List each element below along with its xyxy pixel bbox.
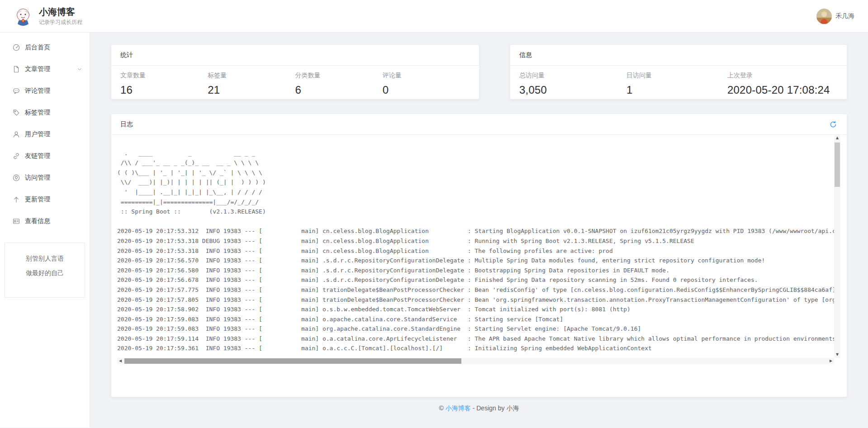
- user-icon: [13, 131, 20, 138]
- stat-label: 评论量: [383, 71, 470, 80]
- scroll-up-icon[interactable]: ▲: [834, 135, 840, 141]
- username-label: 禾几海: [835, 12, 854, 20]
- sidebar-item-tag[interactable]: 标签管理: [0, 102, 90, 124]
- scroll-left-icon[interactable]: ◀: [117, 358, 123, 364]
- page-subtitle: 记录学习成长历程: [39, 19, 82, 26]
- sidebar: 后台首页文章管理评论管理标签管理用户管理友链管理访问管理更新管理查看信息 别管别…: [0, 33, 90, 428]
- stat-item: 标签量21: [208, 71, 295, 96]
- scroll-down-icon[interactable]: ▼: [834, 352, 840, 358]
- sidebar-item-link[interactable]: 友链管理: [0, 145, 90, 167]
- refresh-icon[interactable]: [830, 120, 838, 128]
- info-label: 总访问量: [519, 71, 626, 80]
- info-card: 信息 总访问量3,050日访问量1上次登录2020-05-20 17:08:24: [510, 44, 847, 100]
- stats-card-title: 统计: [111, 45, 479, 66]
- comment-icon: [13, 87, 20, 95]
- footer-blog-link[interactable]: 小海博客: [446, 404, 471, 412]
- horizontal-scrollbar-thumb[interactable]: [124, 358, 461, 364]
- stat-item: 文章数量16: [120, 71, 208, 96]
- info-card-title: 信息: [510, 45, 847, 66]
- sidebar-item-label: 后台首页: [25, 43, 50, 52]
- blog-logo: [13, 6, 33, 27]
- sidebar-menu: 后台首页文章管理评论管理标签管理用户管理友链管理访问管理更新管理查看信息: [0, 37, 90, 232]
- sidebar-item-dashboard[interactable]: 后台首页: [0, 37, 90, 58]
- log-card-title: 日志: [120, 120, 133, 128]
- quote-box: 别管别人言语 做最好的自己: [5, 243, 85, 298]
- stats-card: 统计 文章数量16标签量21分类数量6评论量0: [111, 44, 479, 100]
- stat-label: 分类数量: [295, 71, 383, 80]
- sidebar-item-label: 文章管理: [25, 65, 50, 73]
- stat-value: 6: [295, 84, 383, 96]
- scroll-right-icon[interactable]: ▶: [828, 358, 834, 364]
- copyright-text: ©: [439, 404, 446, 412]
- sidebar-item-place[interactable]: 访问管理: [0, 167, 90, 189]
- footer: © 小海博客 - Design by 小海: [111, 404, 847, 413]
- sidebar-item-label: 用户管理: [25, 130, 50, 138]
- sidebar-item-label: 更新管理: [25, 195, 50, 204]
- info-item: 日访问量1: [626, 71, 727, 96]
- quote-line: 别管别人言语: [5, 255, 85, 262]
- link-icon: [13, 152, 20, 160]
- user-avatar: [816, 9, 832, 24]
- sidebar-item-label: 标签管理: [25, 109, 50, 117]
- stat-item: 评论量0: [383, 71, 470, 96]
- log-card: 日志 . ____ _ __ _ _ /\\ / ___'_ __ _ _(_)…: [111, 114, 847, 397]
- page-title: 小海博客: [39, 6, 82, 17]
- stat-value: 16: [120, 84, 208, 96]
- sidebar-item-idcard[interactable]: 查看信息: [0, 210, 90, 232]
- sidebar-item-document[interactable]: 文章管理: [0, 58, 90, 80]
- vertical-scrollbar[interactable]: ▲ ▼: [834, 135, 840, 358]
- info-value: 2020-05-20 17:08:24: [727, 84, 838, 96]
- stat-value: 21: [208, 84, 295, 96]
- sidebar-item-label: 查看信息: [25, 217, 50, 225]
- tag-icon: [13, 109, 20, 116]
- vertical-scrollbar-thumb[interactable]: [835, 143, 840, 187]
- log-viewport[interactable]: . ____ _ __ _ _ /\\ / ___'_ __ _ _(_)_ _…: [117, 135, 840, 358]
- dashboard-icon: [13, 44, 20, 51]
- sidebar-item-label: 评论管理: [25, 87, 50, 95]
- document-icon: [13, 66, 20, 73]
- brand: 小海博客 记录学习成长历程: [13, 6, 82, 27]
- sidebar-item-upload-arrow[interactable]: 更新管理: [0, 189, 90, 210]
- place-icon: [13, 174, 20, 181]
- info-value: 1: [626, 84, 727, 96]
- stat-item: 分类数量6: [295, 71, 383, 96]
- user-menu[interactable]: 禾几海: [816, 9, 854, 24]
- top-header: 小海博客 记录学习成长历程 禾几海: [0, 0, 868, 33]
- quote-line: 做最好的自己: [5, 269, 85, 276]
- info-label: 上次登录: [727, 71, 838, 80]
- upload-arrow-icon: [13, 196, 20, 203]
- info-value: 3,050: [519, 84, 626, 96]
- info-label: 日访问量: [626, 71, 727, 80]
- sidebar-item-user[interactable]: 用户管理: [0, 124, 90, 145]
- chevron-down-icon: [77, 67, 82, 72]
- sidebar-item-comment[interactable]: 评论管理: [0, 80, 90, 102]
- stat-label: 标签量: [208, 71, 295, 80]
- stat-value: 0: [383, 84, 470, 96]
- idcard-icon: [13, 218, 20, 225]
- info-item: 总访问量3,050: [519, 71, 626, 96]
- stat-label: 文章数量: [120, 71, 208, 80]
- log-output: . ____ _ __ _ _ /\\ / ___'_ __ _ _(_)_ _…: [117, 135, 834, 358]
- horizontal-scrollbar[interactable]: ◀ ▶: [117, 358, 834, 364]
- info-item: 上次登录2020-05-20 17:08:24: [727, 71, 838, 96]
- sidebar-item-label: 友链管理: [25, 152, 50, 160]
- footer-design-text: - Design by 小海: [471, 404, 519, 412]
- sidebar-item-label: 访问管理: [25, 174, 50, 182]
- main-content: 统计 文章数量16标签量21分类数量6评论量0 信息 总访问量3,050日访问量…: [90, 33, 868, 428]
